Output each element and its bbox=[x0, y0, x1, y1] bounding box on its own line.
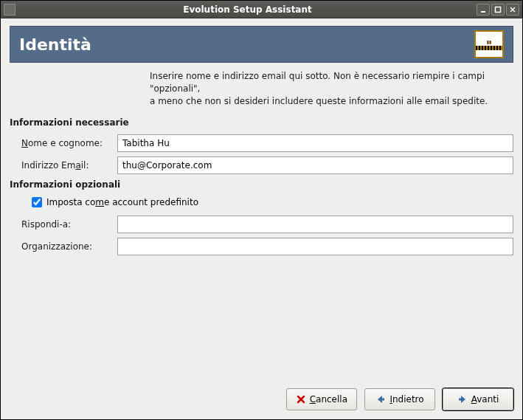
svg-rect-6 bbox=[381, 399, 384, 401]
organization-label: Organizzazione: bbox=[21, 241, 117, 252]
replyto-label: Rispondi-a: bbox=[21, 219, 117, 230]
fullname-row: Nome e cognome: bbox=[21, 134, 513, 152]
content-area: Identità ▮▮ Inserire nome e indirizzo em… bbox=[1, 18, 522, 381]
setup-assistant-window: Evolution Setup Assistant Identità ▮▮ In… bbox=[0, 0, 523, 420]
fullname-label: Nome e cognome: bbox=[21, 138, 117, 148]
organization-row: Organizzazione: bbox=[21, 238, 513, 255]
default-account-label: Imposta come account predefinito bbox=[46, 197, 198, 207]
email-label: Indirizzo Email: bbox=[21, 160, 117, 171]
app-icon bbox=[4, 4, 15, 16]
intro-line1: Inserire nome e indirizzo email qui sott… bbox=[150, 70, 513, 95]
email-row: Indirizzo Email: bbox=[21, 156, 513, 174]
wizard-logo: ▮▮ bbox=[474, 30, 504, 58]
back-arrow-icon bbox=[375, 394, 386, 404]
default-account-checkbox[interactable] bbox=[32, 197, 42, 207]
optional-section-header: Informazioni opzionali bbox=[10, 179, 513, 190]
close-button[interactable] bbox=[506, 4, 519, 16]
default-account-row: Imposta come account predefinito bbox=[32, 197, 513, 207]
forward-arrow-icon bbox=[457, 394, 468, 404]
email-input[interactable] bbox=[117, 156, 513, 174]
window-title: Evolution Setup Assistant bbox=[18, 4, 477, 15]
svg-rect-1 bbox=[496, 7, 501, 12]
replyto-row: Rispondi-a: bbox=[21, 216, 513, 233]
required-section-header: Informazioni necessarie bbox=[10, 117, 513, 128]
svg-rect-7 bbox=[459, 399, 462, 401]
cancel-icon bbox=[296, 394, 306, 404]
organization-input[interactable] bbox=[117, 238, 513, 255]
intro-line2: a meno che non si desideri includere que… bbox=[150, 95, 513, 108]
titlebar[interactable]: Evolution Setup Assistant bbox=[1, 1, 522, 18]
forward-button[interactable]: Avanti bbox=[443, 388, 513, 410]
cancel-button[interactable]: Cancella bbox=[286, 388, 357, 410]
intro-text: Inserire nome e indirizzo email qui sott… bbox=[150, 70, 513, 107]
back-button[interactable]: Indietro bbox=[364, 388, 435, 410]
button-bar: Cancella Indietro Avanti bbox=[1, 381, 522, 419]
page-title: Identità bbox=[19, 35, 91, 54]
minimize-button[interactable] bbox=[477, 4, 490, 16]
page-header: Identità ▮▮ bbox=[10, 26, 513, 63]
maximize-button[interactable] bbox=[491, 4, 505, 16]
replyto-input[interactable] bbox=[117, 216, 513, 233]
fullname-input[interactable] bbox=[117, 134, 513, 152]
